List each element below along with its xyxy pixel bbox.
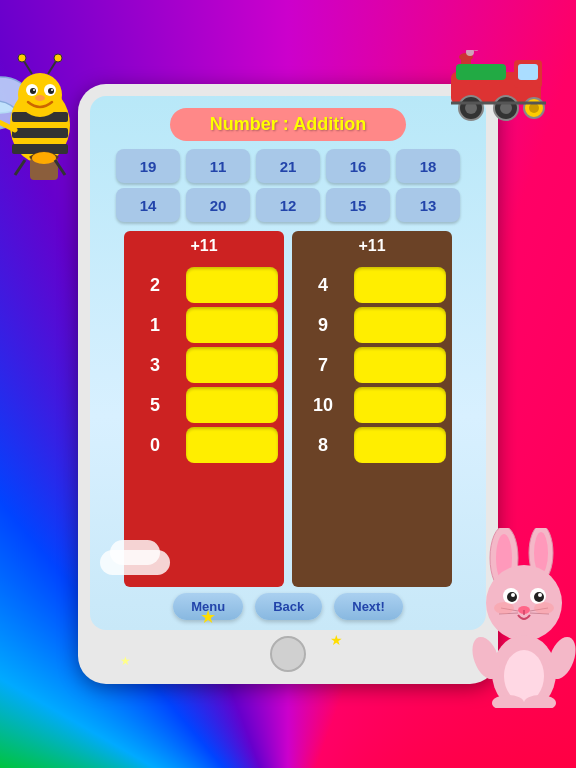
right-num-1: 4 — [298, 275, 348, 296]
number-row-2: 14 20 12 15 13 — [98, 188, 478, 222]
svg-point-11 — [33, 89, 35, 91]
left-num-1: 2 — [130, 275, 180, 296]
num-btn-20[interactable]: 20 — [186, 188, 250, 222]
left-num-2: 1 — [130, 315, 180, 336]
left-num-5: 0 — [130, 435, 180, 456]
left-answer-3[interactable] — [186, 347, 278, 383]
left-row-2: 1 — [130, 307, 278, 343]
num-btn-15[interactable]: 15 — [326, 188, 390, 222]
left-addition-table: +11 2 1 3 5 — [124, 231, 284, 587]
star-3: ★ — [120, 654, 131, 668]
right-row-1: 4 — [298, 267, 446, 303]
right-answer-4[interactable] — [354, 387, 446, 423]
svg-point-56 — [494, 602, 514, 614]
svg-point-43 — [486, 565, 562, 641]
right-num-5: 8 — [298, 435, 348, 456]
svg-point-61 — [504, 650, 544, 702]
svg-point-17 — [54, 54, 62, 62]
svg-line-22 — [15, 160, 25, 175]
svg-point-48 — [511, 593, 515, 597]
svg-point-10 — [48, 88, 54, 94]
left-num-4: 5 — [130, 395, 180, 416]
left-row-4: 5 — [130, 387, 278, 423]
cloud-left-top — [110, 540, 160, 565]
right-answer-3[interactable] — [354, 347, 446, 383]
svg-rect-30 — [518, 64, 538, 80]
train-character — [446, 50, 546, 120]
svg-point-12 — [51, 89, 53, 91]
number-row-1: 19 11 21 16 18 — [98, 149, 478, 183]
right-num-4: 10 — [298, 395, 348, 416]
next-button[interactable]: Next! — [334, 593, 403, 620]
num-btn-12[interactable]: 12 — [256, 188, 320, 222]
tables-area: +11 2 1 3 5 — [98, 231, 478, 587]
num-btn-18[interactable]: 18 — [396, 149, 460, 183]
svg-rect-4 — [12, 128, 68, 138]
bee-character — [0, 40, 110, 200]
right-table-body: 4 9 7 10 8 — [292, 261, 452, 587]
star-2: ★ — [330, 632, 343, 648]
right-table-header: +11 — [292, 231, 452, 261]
left-table-header: +11 — [124, 231, 284, 261]
back-button[interactable]: Back — [255, 593, 322, 620]
num-btn-11[interactable]: 11 — [186, 149, 250, 183]
left-num-3: 3 — [130, 355, 180, 376]
star-1: ★ — [200, 606, 216, 628]
left-answer-2[interactable] — [186, 307, 278, 343]
left-answer-1[interactable] — [186, 267, 278, 303]
right-row-3: 7 — [298, 347, 446, 383]
svg-point-21 — [32, 152, 56, 164]
svg-point-57 — [534, 602, 554, 614]
right-addition-table: +11 4 9 7 10 — [292, 231, 452, 587]
svg-rect-31 — [456, 64, 506, 80]
svg-point-9 — [30, 88, 36, 94]
right-row-4: 10 — [298, 387, 446, 423]
right-answer-1[interactable] — [354, 267, 446, 303]
right-row-5: 8 — [298, 427, 446, 463]
num-btn-13[interactable]: 13 — [396, 188, 460, 222]
right-answer-5[interactable] — [354, 427, 446, 463]
num-btn-21[interactable]: 21 — [256, 149, 320, 183]
tablet-home-button[interactable] — [270, 636, 306, 672]
left-row-3: 3 — [130, 347, 278, 383]
right-num-3: 7 — [298, 355, 348, 376]
svg-point-13 — [35, 95, 45, 101]
left-answer-5[interactable] — [186, 427, 278, 463]
right-num-2: 9 — [298, 315, 348, 336]
left-row-1: 2 — [130, 267, 278, 303]
right-answer-2[interactable] — [354, 307, 446, 343]
num-btn-14[interactable]: 14 — [116, 188, 180, 222]
svg-point-49 — [538, 593, 542, 597]
num-btn-19[interactable]: 19 — [116, 149, 180, 183]
svg-point-27 — [473, 50, 479, 51]
left-answer-4[interactable] — [186, 387, 278, 423]
svg-point-15 — [18, 54, 26, 62]
left-table-body: 2 1 3 5 0 — [124, 261, 284, 587]
right-row-2: 9 — [298, 307, 446, 343]
title-banner: Number : Addition — [170, 108, 406, 141]
title-text: Number : Addition — [210, 114, 366, 134]
left-row-5: 0 — [130, 427, 278, 463]
bunny-character — [466, 528, 576, 708]
tablet-frame: Number : Addition 19 11 21 16 18 14 20 1… — [78, 84, 498, 684]
tablet-screen: Number : Addition 19 11 21 16 18 14 20 1… — [90, 96, 486, 630]
num-btn-16[interactable]: 16 — [326, 149, 390, 183]
